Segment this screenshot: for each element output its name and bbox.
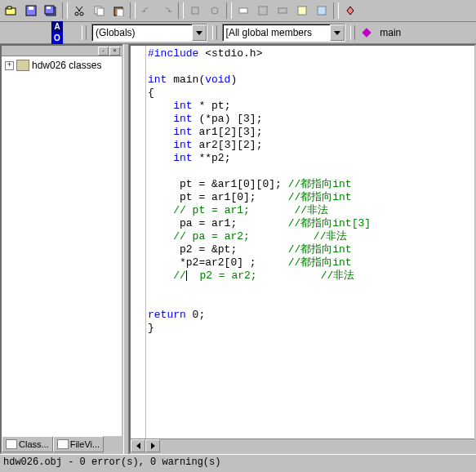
svg-rect-17: [278, 8, 287, 13]
svg-rect-1: [7, 7, 11, 9]
separator: [130, 2, 136, 19]
tool-icon[interactable]: [341, 2, 359, 19]
tool-icon[interactable]: [274, 2, 291, 19]
scope-combo-text: (Globals): [92, 27, 192, 38]
tool-icon[interactable]: [234, 2, 252, 19]
build-status-text: hdw026.obj - 0 error(s), 0 warning(s): [3, 456, 220, 468]
workspace-pane: - × + hdw026 classes Class... FileVi...: [0, 44, 123, 454]
badge-a[interactable]: A: [51, 21, 63, 33]
svg-point-8: [80, 12, 83, 16]
tab-icon: [57, 439, 69, 449]
svg-rect-19: [318, 7, 326, 15]
tool-icon[interactable]: [186, 2, 204, 19]
separator: [226, 2, 232, 19]
tool-icon[interactable]: [293, 2, 311, 19]
paste-icon[interactable]: [109, 2, 127, 19]
pane-titlebar: - ×: [2, 46, 122, 56]
code-area[interactable]: #include <stdio.h> int main(void) { int …: [146, 46, 474, 439]
tree-item-label: hdw026 classes: [32, 60, 101, 71]
separator: [62, 2, 68, 19]
members-combo-text: [All global members: [223, 27, 331, 38]
tree-root-item[interactable]: + hdw026 classes: [5, 60, 118, 71]
scroll-right-icon[interactable]: [145, 439, 160, 452]
svg-rect-10: [97, 8, 104, 16]
badge-group: AO: [51, 21, 77, 44]
dropdown-icon[interactable]: [330, 24, 345, 41]
tool-icon[interactable]: [206, 2, 224, 19]
svg-point-7: [75, 12, 78, 16]
main-toolbar: [0, 0, 476, 22]
svg-point-14: [211, 7, 218, 14]
editor-pane: #include <stdio.h> int main(void) { int …: [129, 44, 476, 454]
tab-icon: [6, 439, 17, 449]
close-icon[interactable]: ×: [109, 47, 120, 56]
svg-rect-18: [298, 7, 306, 15]
copy-icon[interactable]: [90, 2, 108, 19]
tab-label: Class...: [19, 439, 49, 449]
tab-fileview[interactable]: FileVi...: [53, 436, 104, 452]
function-combo[interactable]: main: [376, 24, 474, 41]
members-combo[interactable]: [All global members: [222, 24, 346, 42]
save-all-icon[interactable]: [42, 2, 60, 19]
grip: [350, 25, 355, 40]
separator: [333, 2, 339, 19]
pane-sys-icon[interactable]: -: [98, 47, 109, 56]
expand-icon[interactable]: +: [5, 61, 14, 70]
open-icon[interactable]: [2, 2, 20, 19]
workspace-tabs: Class... FileVi...: [2, 435, 122, 452]
tab-classview[interactable]: Class...: [2, 436, 53, 452]
status-bar: hdw026.obj - 0 error(s), 0 warning(s): [0, 454, 476, 472]
svg-rect-15: [239, 8, 247, 13]
context-toolbar: AO (Globals) [All global members main: [0, 22, 476, 44]
svg-rect-6: [47, 7, 51, 9]
badge-o[interactable]: O: [51, 33, 63, 44]
undo-icon[interactable]: [138, 2, 156, 19]
scroll-left-icon[interactable]: [131, 439, 145, 452]
tool-icon[interactable]: [254, 2, 272, 19]
svg-rect-16: [259, 7, 267, 15]
svg-rect-13: [192, 7, 198, 14]
dropdown-icon[interactable]: [192, 24, 207, 41]
editor[interactable]: #include <stdio.h> int main(void) { int …: [131, 46, 474, 439]
horizontal-scrollbar[interactable]: [131, 439, 474, 452]
gutter: [131, 46, 146, 439]
splitter[interactable]: [123, 44, 129, 454]
tab-label: FileVi...: [70, 439, 100, 449]
function-combo-text: main: [376, 27, 474, 38]
main-area: - × + hdw026 classes Class... FileVi... …: [0, 44, 476, 454]
svg-rect-12: [117, 9, 123, 16]
function-icon: [363, 28, 371, 37]
class-tree[interactable]: + hdw026 classes: [2, 56, 122, 452]
grip: [212, 25, 217, 40]
redo-icon[interactable]: [158, 2, 176, 19]
cut-icon[interactable]: [70, 2, 88, 19]
svg-rect-3: [29, 7, 33, 10]
save-icon[interactable]: [22, 2, 40, 19]
tool-icon[interactable]: [313, 2, 331, 19]
scope-combo[interactable]: (Globals): [91, 24, 207, 42]
separator: [178, 2, 184, 19]
project-icon: [16, 60, 29, 71]
grip: [82, 25, 87, 40]
